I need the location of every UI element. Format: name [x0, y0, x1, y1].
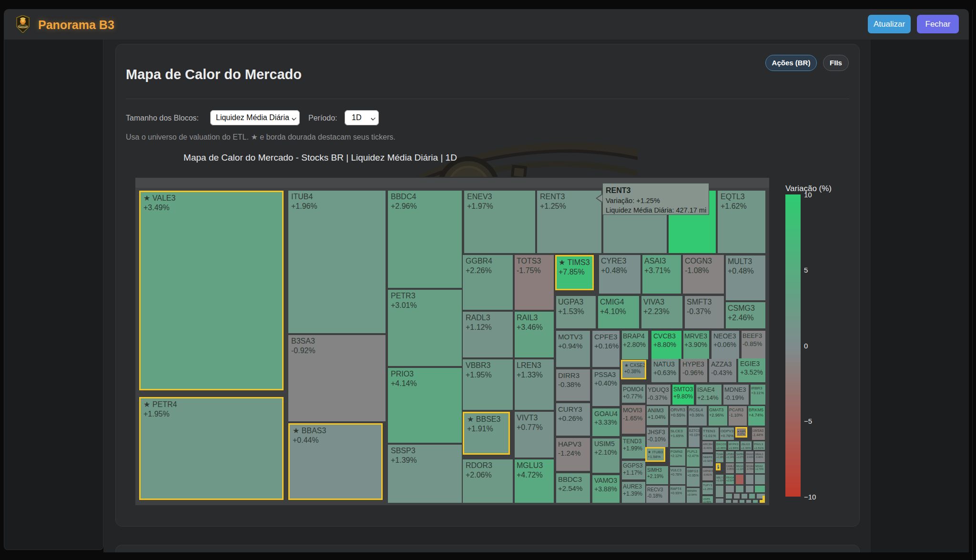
svg-text:Garimpo: Garimpo: [18, 25, 27, 28]
